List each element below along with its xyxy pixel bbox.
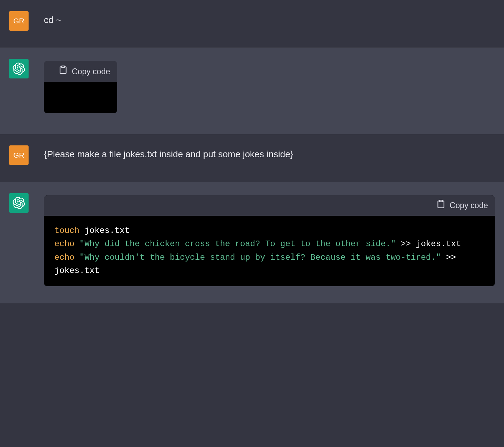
message-content: Copy codetouch jokes.txt echo "Why did t… <box>44 193 495 286</box>
code-token-cmd: touch <box>54 226 79 235</box>
chat-container: GRcd ~Copy codeGR{Please make a file jok… <box>0 0 504 303</box>
code-token-plain <box>75 253 79 262</box>
copy-code-label: Copy code <box>72 66 110 78</box>
svg-rect-0 <box>62 66 65 67</box>
code-token-plain: >> jokes.txt <box>396 239 461 249</box>
code-body <box>44 82 117 113</box>
code-block: Copy code <box>44 61 117 113</box>
user-avatar: GR <box>9 11 29 31</box>
code-token-plain <box>75 239 79 249</box>
code-token-plain: jokes.txt <box>79 226 130 235</box>
assistant-message: Copy codetouch jokes.txt echo "Why did t… <box>0 182 504 303</box>
copy-code-button[interactable]: Copy code <box>59 65 110 78</box>
code-block: Copy codetouch jokes.txt echo "Why did t… <box>44 195 495 286</box>
assistant-avatar <box>9 59 29 78</box>
message-content: cd ~ <box>44 11 495 27</box>
user-text: cd ~ <box>44 13 495 27</box>
message-content: {Please make a file jokes.txt inside and… <box>44 145 495 161</box>
code-token-str: "Why couldn't the bicycle stand up by it… <box>79 253 441 262</box>
code-token-cmd: echo <box>54 239 75 249</box>
code-token-str: "Why did the chicken cross the road? To … <box>79 239 396 249</box>
svg-rect-1 <box>440 200 443 202</box>
clipboard-icon <box>59 65 68 78</box>
copy-code-label: Copy code <box>450 199 488 212</box>
copy-code-button[interactable]: Copy code <box>436 199 488 212</box>
message-content: Copy code <box>44 59 495 117</box>
user-text: {Please make a file jokes.txt inside and… <box>44 147 495 161</box>
user-message: GRcd ~ <box>0 0 504 48</box>
assistant-avatar <box>9 193 29 213</box>
assistant-message: Copy code <box>0 48 504 134</box>
user-message: GR{Please make a file jokes.txt inside a… <box>0 134 504 182</box>
clipboard-icon <box>436 199 445 212</box>
code-token-cmd: echo <box>54 253 75 262</box>
code-block-header: Copy code <box>44 61 117 82</box>
user-avatar: GR <box>9 145 29 165</box>
code-body: touch jokes.txt echo "Why did the chicke… <box>44 216 495 286</box>
code-block-header: Copy code <box>44 195 495 216</box>
